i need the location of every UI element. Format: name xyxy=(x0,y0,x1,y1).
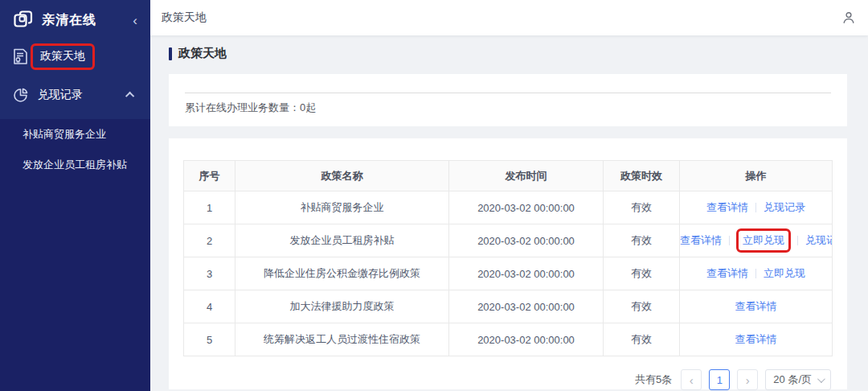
section-title: 政策天地 xyxy=(169,46,847,61)
title-accent-bar xyxy=(169,47,172,60)
policy-doc-icon xyxy=(13,48,28,65)
sidebar-subitem-rent-subsidy-label: 发放企业员工租房补贴 xyxy=(23,158,127,172)
pagination-page-1[interactable]: 1 xyxy=(709,369,730,390)
stats-card: 累计在线办理业务数量：0起 xyxy=(169,74,847,126)
sidebar-submenu: 补贴商贸服务企业 发放企业员工租房补贴 xyxy=(0,119,150,180)
stats-divider xyxy=(185,74,831,93)
publish-time-cell: 2020-03-02 00:00:00 xyxy=(449,224,604,257)
pagination-prev-button[interactable]: ‹ xyxy=(681,369,702,390)
actions-cell: 查看详情 xyxy=(680,290,833,323)
sidebar-collapse-icon[interactable]: ‹ xyxy=(129,14,141,27)
sidebar-subitem-subsidy-trade-label: 补贴商贸服务企业 xyxy=(23,127,106,142)
sidebar-filler xyxy=(0,180,150,391)
table-header-row: 序号 政策名称 发布时间 政策时效 操作 xyxy=(184,161,833,191)
sidebar-subitem-subsidy-trade[interactable]: 补贴商贸服务企业 xyxy=(0,119,150,150)
breadcrumb: 政策天地 xyxy=(162,10,207,25)
policy-name-cell: 补贴商贸服务企业 xyxy=(235,191,449,224)
action-link[interactable]: 查看详情 xyxy=(680,234,722,246)
publish-time-cell: 2020-03-02 00:00:00 xyxy=(449,257,604,290)
header-publish-time: 发布时间 xyxy=(449,161,604,191)
validity-cell: 有效 xyxy=(604,224,680,257)
validity-cell: 有效 xyxy=(604,191,680,224)
validity-cell: 有效 xyxy=(604,290,680,323)
action-separator xyxy=(797,236,798,245)
action-link[interactable]: 查看详情 xyxy=(735,333,777,345)
row-index-cell: 5 xyxy=(184,323,235,356)
pagination: 共有5条 ‹ 1 › 20 条/页 xyxy=(183,356,833,390)
chevron-up-icon[interactable] xyxy=(125,92,134,101)
sidebar-item-redeem-records-label: 兑现记录 xyxy=(38,88,83,102)
table-row: 1补贴商贸服务企业2020-03-02 00:00:00有效查看详情兑现记录 xyxy=(184,191,833,224)
table-row: 5统筹解决返工人员过渡性住宿政策2020-03-02 00:00:00有效查看详… xyxy=(184,323,833,356)
stats-line: 累计在线办理业务数量：0起 xyxy=(185,93,831,126)
publish-time-cell: 2020-03-02 00:00:00 xyxy=(449,290,604,323)
action-link[interactable]: 立即兑现 xyxy=(764,267,805,279)
main-area: 政策天地 政策天地 累计在线办理业务数量：0起 序号 xyxy=(150,0,868,391)
header-actions: 操作 xyxy=(680,161,833,191)
policy-table-card: 序号 政策名称 发布时间 政策时效 操作 1补贴商贸服务企业2020-03-02… xyxy=(169,138,847,389)
topbar: 政策天地 xyxy=(150,0,868,35)
action-link[interactable]: 立即兑现 xyxy=(736,228,791,253)
chevron-down-icon xyxy=(817,375,825,383)
policy-name-cell: 发放企业员工租房补贴 xyxy=(235,224,449,257)
page-title: 政策天地 xyxy=(178,46,227,61)
policy-name-cell: 统筹解决返工人员过渡性住宿政策 xyxy=(235,323,449,356)
sidebar-item-policy-world-label: 政策天地 xyxy=(31,43,95,70)
page-size-select[interactable]: 20 条/页 xyxy=(765,369,831,390)
actions-cell: 查看详情立即兑现 xyxy=(680,257,833,290)
action-link[interactable]: 兑现记录 xyxy=(805,234,833,246)
row-index-cell: 3 xyxy=(184,257,235,290)
validity-cell: 有效 xyxy=(604,257,680,290)
action-link[interactable]: 查看详情 xyxy=(735,300,777,312)
action-link[interactable]: 查看详情 xyxy=(706,267,748,279)
header-validity: 政策时效 xyxy=(604,161,680,191)
action-link[interactable]: 查看详情 xyxy=(706,201,748,213)
actions-cell: 查看详情兑现记录 xyxy=(680,191,833,224)
table-row: 2发放企业员工租房补贴2020-03-02 00:00:00有效查看详情立即兑现… xyxy=(184,224,833,257)
sidebar-item-policy-world[interactable]: 政策天地 xyxy=(0,40,150,72)
action-link[interactable]: 兑现记录 xyxy=(764,201,805,213)
user-icon[interactable] xyxy=(842,11,855,24)
page-size-label: 20 条/页 xyxy=(773,372,812,387)
logo-row: 亲清在线 ‹ xyxy=(0,0,150,40)
app-title: 亲清在线 xyxy=(42,12,121,29)
header-policy-name: 政策名称 xyxy=(235,161,449,191)
content: 政策天地 累计在线办理业务数量：0起 序号 政策名称 发布时间 政策时效 操作 xyxy=(150,35,868,391)
pagination-total: 共有5条 xyxy=(635,372,672,387)
app-logo-icon xyxy=(13,10,34,31)
policy-table: 序号 政策名称 发布时间 政策时效 操作 1补贴商贸服务企业2020-03-02… xyxy=(183,160,833,356)
table-row: 4加大法律援助力度政策2020-03-02 00:00:00有效查看详情 xyxy=(184,290,833,323)
policy-name-cell: 加大法律援助力度政策 xyxy=(235,290,449,323)
action-separator xyxy=(755,203,756,212)
sidebar-subitem-rent-subsidy[interactable]: 发放企业员工租房补贴 xyxy=(0,150,150,180)
publish-time-cell: 2020-03-02 00:00:00 xyxy=(449,191,604,224)
actions-cell: 查看详情 xyxy=(680,323,833,356)
action-separator xyxy=(755,269,756,278)
row-index-cell: 4 xyxy=(184,290,235,323)
sidebar: 亲清在线 ‹ 政策天地 兑现记录 补贴商贸服务企业 发放企业员工租 xyxy=(0,0,150,391)
validity-cell: 有效 xyxy=(604,323,680,356)
sidebar-item-redeem-records[interactable]: 兑现记录 xyxy=(0,79,150,111)
pagination-next-button[interactable]: › xyxy=(737,369,758,390)
table-body: 1补贴商贸服务企业2020-03-02 00:00:00有效查看详情兑现记录2发… xyxy=(184,191,833,356)
header-index: 序号 xyxy=(184,161,235,191)
row-index-cell: 2 xyxy=(184,224,235,257)
action-separator xyxy=(729,236,730,245)
pie-chart-icon xyxy=(13,88,28,103)
actions-cell: 查看详情立即兑现兑现记录 xyxy=(680,224,833,257)
row-index-cell: 1 xyxy=(184,191,235,224)
policy-name-cell: 降低企业住房公积金缴存比例政策 xyxy=(235,257,449,290)
publish-time-cell: 2020-03-02 00:00:00 xyxy=(449,323,604,356)
table-row: 3降低企业住房公积金缴存比例政策2020-03-02 00:00:00有效查看详… xyxy=(184,257,833,290)
